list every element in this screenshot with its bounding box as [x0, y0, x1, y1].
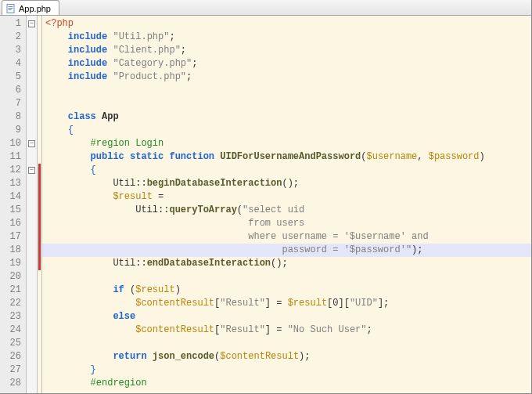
fold-cell[interactable]: − [27, 17, 37, 31]
token-brace: { [68, 125, 74, 136]
line-number: 6 [0, 84, 26, 97]
token-fn: UIDForUsernameAndPassword [220, 151, 361, 162]
code-editor[interactable]: 1234567891011121314151617181920212223242… [0, 16, 531, 394]
token-var: $contentResult [135, 298, 214, 309]
fold-collapse-icon[interactable]: − [28, 140, 35, 147]
svg-rect-2 [9, 8, 13, 9]
code-line[interactable]: include "Client.php"; [42, 44, 531, 57]
tab-label: App.php [19, 4, 51, 13]
line-number: 11 [0, 150, 26, 164]
token-plain: ; [367, 324, 372, 335]
fold-cell [27, 257, 37, 270]
code-line[interactable]: $result = [42, 190, 531, 204]
code-line[interactable]: public static function UIDForUsernameAnd… [42, 150, 531, 164]
change-margin-cell [38, 177, 41, 190]
token-plain [45, 231, 248, 242]
token-fn: endDatabaseInteraction [147, 258, 271, 269]
code-line[interactable]: return json_encode($contentResult); [42, 350, 531, 363]
code-line[interactable] [42, 337, 531, 350]
token-plain: ) [175, 284, 181, 295]
code-line[interactable]: from users [42, 217, 531, 230]
token-plain: ) [480, 151, 485, 162]
code-line[interactable]: #endregion [42, 377, 531, 390]
token-cls: App [102, 111, 119, 122]
token-plain: ( [124, 284, 135, 295]
token-plain [45, 351, 113, 362]
token-plain: ; [192, 58, 197, 69]
svg-rect-3 [9, 9, 12, 10]
code-line[interactable]: Util::queryToArray("select uid [42, 204, 531, 217]
fold-cell [27, 270, 37, 284]
code-line[interactable]: else [42, 310, 531, 324]
line-number: 26 [0, 350, 26, 363]
token-plain: ; [181, 45, 186, 56]
change-margin-cell [38, 84, 41, 97]
code-line[interactable]: $contentResult["Result"] = $result[0]["U… [42, 297, 531, 310]
change-margin-cell [38, 270, 41, 284]
code-line[interactable]: $contentResult["Result"] = "No Such User… [42, 324, 531, 337]
token-str: "Result" [220, 298, 265, 309]
code-line[interactable]: if ($result) [42, 284, 531, 297]
change-margin-cell [38, 230, 41, 244]
code-line[interactable]: include "Util.php"; [42, 31, 531, 44]
code-line[interactable]: Util::beginDatabaseInteraction(); [42, 177, 531, 190]
token-plain: ; [186, 71, 192, 82]
change-marker [38, 230, 41, 244]
code-line[interactable]: include "Category.php"; [42, 57, 531, 70]
change-margin-cell [38, 164, 41, 177]
code-line[interactable]: password = '$password'"); [42, 244, 531, 257]
token-plain: ] = [265, 298, 288, 309]
fold-cell [27, 110, 37, 124]
token-fn: beginDatabaseInteraction [147, 178, 282, 189]
fold-collapse-icon[interactable]: − [28, 20, 35, 27]
change-margin-cell [38, 377, 41, 390]
change-margin-cell [38, 70, 41, 84]
fold-cell[interactable]: − [27, 164, 37, 177]
fold-cell [27, 190, 37, 204]
change-margin-cell [38, 284, 41, 297]
line-number: 5 [0, 70, 26, 84]
tab-app-php[interactable]: App.php [2, 0, 59, 15]
code-line[interactable]: { [42, 124, 531, 137]
change-margin-cell [38, 297, 41, 310]
token-plain: (); [282, 178, 299, 189]
tab-bar: App.php [0, 0, 531, 16]
code-line[interactable]: where username = '$username' and [42, 230, 531, 244]
token-var: $username [366, 151, 417, 162]
fold-cell[interactable]: − [27, 137, 37, 150]
change-marker [38, 164, 41, 177]
code-line[interactable]: } [42, 363, 531, 377]
change-margin-cell [38, 350, 41, 363]
line-number: 12 [0, 164, 26, 177]
token-plain [45, 191, 113, 202]
fold-collapse-icon[interactable]: − [28, 167, 35, 174]
token-plain: ; [169, 31, 174, 42]
token-str: from users [248, 218, 304, 229]
fold-cell [27, 350, 37, 363]
token-plain: ); [299, 351, 310, 362]
code-line[interactable] [42, 270, 531, 284]
code-line[interactable]: include "Product.php"; [42, 70, 531, 84]
token-kw: include [68, 31, 107, 42]
code-line[interactable]: Util::endDatabaseInteraction(); [42, 257, 531, 270]
code-area[interactable]: <?php include "Util.php"; include "Clien… [42, 16, 531, 394]
fold-cell [27, 310, 37, 324]
fold-cell [27, 84, 37, 97]
code-line[interactable]: class App [42, 110, 531, 124]
code-line[interactable]: #region Login [42, 137, 531, 150]
token-var: $result [135, 284, 174, 295]
token-plain [45, 364, 91, 375]
line-number: 19 [0, 257, 26, 270]
token-plain [45, 311, 113, 322]
code-line[interactable] [42, 84, 531, 97]
code-line[interactable] [42, 97, 531, 110]
code-line[interactable]: { [42, 164, 531, 177]
code-line[interactable]: <?php [42, 17, 531, 31]
token-plain [45, 71, 68, 82]
token-plain: ( [237, 204, 243, 215]
token-plain [45, 218, 248, 229]
token-plain [45, 125, 68, 136]
change-margin-cell [38, 31, 41, 44]
line-number: 22 [0, 297, 26, 310]
token-plain [45, 164, 91, 175]
